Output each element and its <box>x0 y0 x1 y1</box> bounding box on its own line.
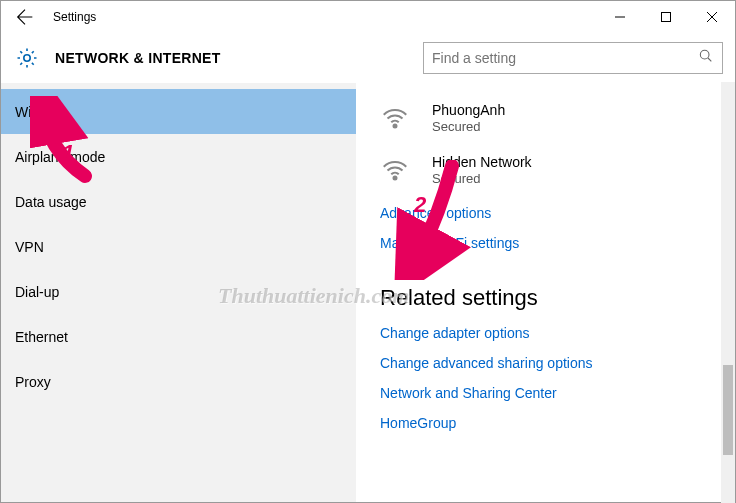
sidebar-item-label: Data usage <box>15 194 87 210</box>
sidebar-item-label: Ethernet <box>15 329 68 345</box>
scrollbar[interactable] <box>721 82 735 503</box>
sidebar-item-label: VPN <box>15 239 44 255</box>
close-button[interactable] <box>689 1 735 33</box>
sidebar-item-dial-up[interactable]: Dial-up <box>1 269 356 314</box>
settings-gear-icon <box>13 44 41 72</box>
back-button[interactable] <box>1 1 49 33</box>
svg-rect-1 <box>662 13 671 22</box>
network-item[interactable]: Hidden Network Secured <box>380 153 711 187</box>
network-name: PhuongAnh <box>432 101 505 119</box>
sidebar-item-label: Airplane mode <box>15 149 105 165</box>
sidebar-item-label: Wi-Fi <box>15 104 48 120</box>
network-item[interactable]: PhuongAnh Secured <box>380 101 711 135</box>
homegroup-link[interactable]: HomeGroup <box>380 415 711 431</box>
network-status: Secured <box>432 119 505 135</box>
close-icon <box>707 12 717 22</box>
minimize-icon <box>615 12 625 22</box>
network-sharing-center-link[interactable]: Network and Sharing Center <box>380 385 711 401</box>
body: Wi-Fi Airplane mode Data usage VPN Dial-… <box>1 83 735 502</box>
sidebar: Wi-Fi Airplane mode Data usage VPN Dial-… <box>1 83 356 502</box>
titlebar: Settings <box>1 1 735 33</box>
sidebar-item-proxy[interactable]: Proxy <box>1 359 356 404</box>
wifi-icon <box>380 103 414 133</box>
svg-point-8 <box>394 177 397 180</box>
page-title: NETWORK & INTERNET <box>55 50 221 66</box>
sidebar-item-ethernet[interactable]: Ethernet <box>1 314 356 359</box>
window-controls <box>597 1 735 33</box>
scrollbar-thumb[interactable] <box>723 365 733 455</box>
search-input[interactable] <box>432 50 698 66</box>
sidebar-item-data-usage[interactable]: Data usage <box>1 179 356 224</box>
sidebar-item-airplane-mode[interactable]: Airplane mode <box>1 134 356 179</box>
advanced-options-link[interactable]: Advanced options <box>380 205 711 221</box>
change-advanced-sharing-link[interactable]: Change advanced sharing options <box>380 355 711 371</box>
settings-window: Settings NETWORK & INTERNET Wi-Fi <box>0 0 736 503</box>
window-title: Settings <box>49 10 597 24</box>
svg-point-4 <box>24 55 30 61</box>
svg-line-6 <box>708 58 711 61</box>
manage-wifi-settings-link[interactable]: Manage Wi-Fi settings <box>380 235 711 251</box>
svg-point-5 <box>700 50 709 59</box>
search-box[interactable] <box>423 42 723 74</box>
svg-point-7 <box>394 125 397 128</box>
sidebar-item-wifi[interactable]: Wi-Fi <box>1 89 356 134</box>
network-status: Secured <box>432 171 532 187</box>
content-pane: PhuongAnh Secured Hidden Network Secured… <box>356 83 735 502</box>
maximize-icon <box>661 12 671 22</box>
header: NETWORK & INTERNET <box>1 33 735 83</box>
related-settings-heading: Related settings <box>380 285 711 311</box>
maximize-button[interactable] <box>643 1 689 33</box>
wifi-icon <box>380 155 414 185</box>
sidebar-item-label: Proxy <box>15 374 51 390</box>
sidebar-item-vpn[interactable]: VPN <box>1 224 356 269</box>
back-arrow-icon <box>14 6 36 28</box>
network-name: Hidden Network <box>432 153 532 171</box>
search-icon <box>698 48 714 68</box>
sidebar-item-label: Dial-up <box>15 284 59 300</box>
change-adapter-options-link[interactable]: Change adapter options <box>380 325 711 341</box>
minimize-button[interactable] <box>597 1 643 33</box>
